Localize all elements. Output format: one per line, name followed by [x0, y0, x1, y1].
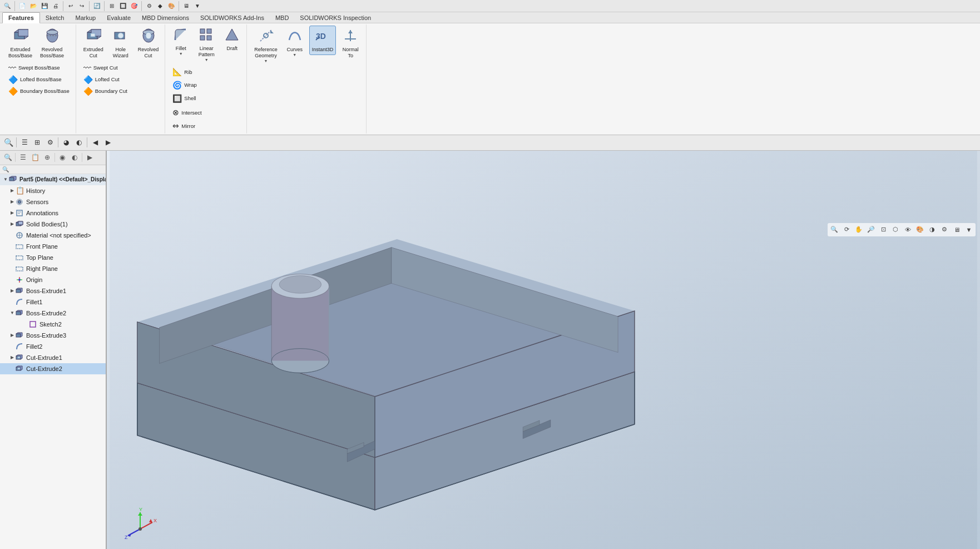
reference-geometry-button[interactable]: ReferenceGeometry ▼: [251, 26, 280, 66]
appearances-icon[interactable]: 🎨: [166, 1, 176, 11]
open-icon[interactable]: 📂: [28, 1, 38, 11]
lofted-cut-button[interactable]: 🔷 Lofted Cut: [81, 74, 136, 85]
undo-icon[interactable]: ↩: [66, 1, 76, 11]
print-icon[interactable]: 🖨: [51, 1, 61, 11]
options-icon[interactable]: ⚙: [144, 1, 154, 11]
materials-icon[interactable]: ◆: [155, 1, 165, 11]
vt-view-settings-icon[interactable]: ⚙: [939, 224, 950, 235]
tab-markup[interactable]: Markup: [70, 12, 102, 23]
tree-item-history[interactable]: ▶ 📋 History: [0, 185, 106, 196]
sensors-expand-icon[interactable]: ▶: [9, 199, 16, 204]
tree-item-fillet2[interactable]: Fillet2: [0, 341, 106, 352]
grid-view-icon[interactable]: ⊞: [31, 136, 43, 149]
tree-item-annotations[interactable]: ▶ Annotations: [0, 207, 106, 219]
ft-display-btn[interactable]: ◉: [57, 152, 68, 163]
search-icon[interactable]: 🔍: [2, 1, 12, 11]
vt-section-view-icon[interactable]: ⊡: [878, 224, 889, 235]
annotations-expand-icon[interactable]: ▶: [9, 210, 16, 215]
vt-dropdown-icon[interactable]: ▼: [963, 224, 974, 235]
tree-item-boss-extrude1[interactable]: ▶ Boss-Extrude1: [0, 285, 106, 296]
redo-icon[interactable]: ↪: [77, 1, 87, 11]
monitor-icon[interactable]: 🖥: [181, 1, 191, 11]
tree-item-solid-bodies[interactable]: ▶ Solid Bodies(1): [0, 219, 106, 230]
vt-edit-appearance-icon[interactable]: 🎨: [914, 224, 925, 235]
normal-to-button[interactable]: NormalTo: [338, 26, 363, 61]
tree-item-cut-extrude2[interactable]: Cut-Extrude2: [0, 363, 106, 374]
appearance-icon[interactable]: ◐: [73, 136, 85, 149]
tab-evaluate[interactable]: Evaluate: [101, 12, 136, 23]
tab-sketch[interactable]: Sketch: [40, 12, 70, 23]
tree-item-boss-extrude3[interactable]: ▶ Boss-Extrude3: [0, 330, 106, 341]
tab-solidworks-inspection[interactable]: SOLIDWORKS Inspection: [294, 12, 377, 23]
lofted-boss-button[interactable]: 🔷 Lofted Boss/Base: [6, 74, 64, 85]
tree-item-material[interactable]: Material <not specified>: [0, 230, 106, 241]
fillet-button[interactable]: Fillet ▼: [170, 26, 192, 58]
boss-extrude3-expand-icon[interactable]: ▶: [9, 333, 16, 338]
tree-item-cut-extrude1[interactable]: ▶ Cut-Extrude1: [0, 352, 106, 363]
filter-icon[interactable]: 🔍: [2, 136, 14, 149]
vt-display-style-icon[interactable]: ⬡: [890, 224, 901, 235]
draft-button[interactable]: Draft: [221, 26, 243, 54]
boundary-cut-button[interactable]: 🔶 Boundary Cut: [81, 86, 136, 97]
ft-section-btn[interactable]: ◐: [69, 152, 80, 163]
next-icon[interactable]: ▶: [102, 136, 114, 149]
save-icon[interactable]: 💾: [39, 1, 50, 11]
vt-monitor-icon[interactable]: 🖥: [951, 224, 962, 235]
ft-add-btn[interactable]: ⊕: [42, 152, 53, 163]
intersect-button[interactable]: ⊗ Intersect: [170, 106, 225, 119]
viewport[interactable]: 🔍 ⟳ ✋ 🔎 ⊡ ⬡ 👁 🎨 ◑ ⚙ 🖥 ▼ X Y: [107, 151, 980, 549]
hole-wizard-button[interactable]: HoleWizard: [108, 26, 133, 61]
vt-rotate-icon[interactable]: ⟳: [841, 224, 852, 235]
tab-solidworks-addins[interactable]: SOLIDWORKS Add-Ins: [195, 12, 270, 23]
tree-item-sensors[interactable]: ▶ Sensors: [0, 196, 106, 207]
rib-button[interactable]: 📐 Rib: [170, 66, 225, 78]
ft-list-btn[interactable]: ☰: [17, 152, 28, 163]
boss-extrude1-expand-icon[interactable]: ▶: [9, 288, 16, 293]
view-icon[interactable]: ⊞: [107, 1, 117, 11]
revolved-cut-button[interactable]: RevolvedCut: [135, 26, 162, 61]
ft-properties-btn[interactable]: 📋: [29, 152, 41, 163]
vt-zoom-icon[interactable]: 🔎: [865, 224, 877, 235]
solid-bodies-expand-icon[interactable]: ▶: [9, 221, 16, 226]
rebuild-icon[interactable]: 🔄: [92, 1, 102, 11]
dropdown-arrow-icon[interactable]: ▼: [192, 1, 202, 11]
vt-apply-scene-icon[interactable]: ◑: [927, 224, 938, 235]
boss-extrude2-expand-icon[interactable]: ▼: [9, 310, 16, 315]
tree-item-front-plane[interactable]: Front Plane: [0, 241, 106, 252]
revolved-boss-button[interactable]: RevolvedBoss/Base: [37, 26, 67, 61]
list-view-icon[interactable]: ☰: [18, 136, 31, 149]
extruded-cut-button[interactable]: ExtrudedCut: [81, 26, 106, 61]
tree-item-origin[interactable]: Origin: [0, 274, 106, 285]
view-orient-icon[interactable]: 🎯: [129, 1, 139, 11]
tree-root[interactable]: ▼ Part5 (Default) <<Default>_Display St.…: [0, 174, 106, 185]
tree-item-right-plane[interactable]: Right Plane: [0, 263, 106, 274]
vt-search-icon[interactable]: 🔍: [829, 224, 840, 235]
ft-collapse-btn[interactable]: ▶: [84, 152, 95, 163]
configure-icon[interactable]: ⚙: [44, 136, 56, 149]
extruded-boss-button[interactable]: ExtrudedBoss/Base: [6, 26, 35, 61]
wrap-button[interactable]: 🌀 Wrap: [170, 79, 225, 92]
history-expand-icon[interactable]: ▶: [9, 188, 16, 193]
display-states-icon[interactable]: ◕: [60, 136, 72, 149]
tab-mbd[interactable]: MBD: [270, 12, 294, 23]
curves-button[interactable]: Curves ▼: [283, 26, 307, 60]
tab-mbd-dimensions[interactable]: MBD Dimensions: [136, 12, 195, 23]
mirror-button[interactable]: ⇔ Mirror: [170, 120, 225, 132]
linear-pattern-button[interactable]: LinearPattern ▼: [194, 26, 219, 65]
vt-hide-show-icon[interactable]: 👁: [902, 224, 913, 235]
boundary-boss-button[interactable]: 🔶 Boundary Boss/Base: [6, 86, 72, 97]
tab-features[interactable]: Features: [2, 12, 40, 23]
tree-item-sketch2[interactable]: Sketch2: [0, 319, 106, 330]
swept-cut-button[interactable]: 〰 Swept Cut: [81, 62, 136, 73]
new-icon[interactable]: 📄: [17, 1, 27, 11]
shell-button[interactable]: 🔲 Shell: [170, 92, 225, 105]
ft-filter-btn[interactable]: 🔍: [2, 152, 13, 163]
tree-item-fillet1[interactable]: Fillet1: [0, 296, 106, 308]
vt-pan-icon[interactable]: ✋: [853, 224, 864, 235]
tree-item-top-plane[interactable]: Top Plane: [0, 252, 106, 263]
tree-item-boss-extrude2[interactable]: ▼ Boss-Extrude2: [0, 308, 106, 319]
prev-icon[interactable]: ◀: [89, 136, 101, 149]
instant3d-button[interactable]: 3D Instant3D: [309, 26, 336, 55]
display-icon[interactable]: 🔲: [118, 1, 128, 11]
swept-boss-button[interactable]: 〰 Swept Boss/Base: [6, 62, 62, 73]
